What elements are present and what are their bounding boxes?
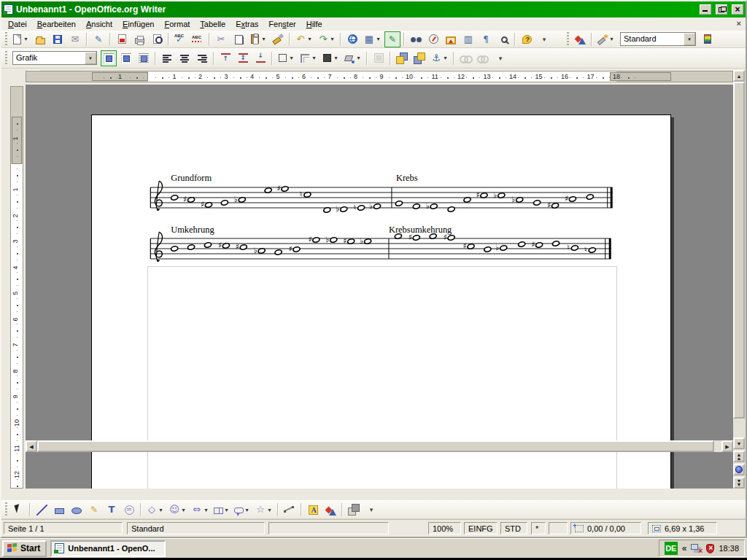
frame-style-combo-dropdown-icon[interactable] xyxy=(85,52,96,64)
background-color-button[interactable] xyxy=(342,50,363,66)
style-combo-dropdown-icon[interactable] xyxy=(684,33,695,45)
navigation-icon[interactable] xyxy=(733,464,745,475)
extrusion-button[interactable] xyxy=(346,502,362,518)
task-button-writer[interactable]: Unbenannt1 - OpenO... xyxy=(50,540,166,557)
help-button[interactable] xyxy=(519,31,535,47)
highlighting-button[interactable] xyxy=(700,31,716,47)
menu-tabelle[interactable]: Tabelle xyxy=(195,19,231,29)
block-arrows-dropdown-icon[interactable] xyxy=(203,507,209,513)
unlink-frames-button[interactable] xyxy=(475,50,491,66)
frame-style-combo[interactable]: Grafik xyxy=(12,51,97,65)
spellcheck-button[interactable] xyxy=(172,31,188,47)
vertical-scroll-thumb[interactable] xyxy=(733,82,745,419)
frame-properties-button[interactable] xyxy=(371,50,387,66)
border-line-style-button[interactable] xyxy=(298,50,319,66)
page-preview-button[interactable] xyxy=(149,31,165,47)
redo-button[interactable]: ↷ xyxy=(316,31,337,47)
border-color-button[interactable] xyxy=(320,50,341,66)
horizontal-scrollbar[interactable] xyxy=(26,440,733,452)
toolbar-options-button[interactable]: ▾ xyxy=(536,31,552,47)
network-status-icon[interactable] xyxy=(691,544,702,553)
horizontal-scroll-thumb[interactable] xyxy=(37,440,714,452)
close-document-icon[interactable]: × xyxy=(737,19,741,28)
draw-functions-button[interactable]: ✎ xyxy=(384,31,400,47)
data-sources-button[interactable]: ▥ xyxy=(460,31,476,47)
export-pdf-button[interactable] xyxy=(114,31,130,47)
undo-dropdown-icon[interactable] xyxy=(306,36,313,42)
picture-from-file-button[interactable] xyxy=(322,502,338,518)
block-arrows-button[interactable]: ⇔ xyxy=(190,502,211,518)
paste-dropdown-icon[interactable] xyxy=(260,36,267,42)
status-object-size[interactable]: 6,69 x 1,36 xyxy=(648,522,717,534)
bring-to-front-button[interactable] xyxy=(394,50,410,66)
edit-file-button[interactable]: ✎ xyxy=(90,31,107,47)
vertical-ruler[interactable]: 1123456789101112 xyxy=(10,86,23,489)
hyperlink-button[interactable] xyxy=(344,31,360,47)
toolbar-grip[interactable] xyxy=(5,51,7,66)
align-right-button[interactable] xyxy=(194,50,210,66)
music-graphic[interactable]: GrundformKrebsUmkehrungKrebsumkehrung♯♯♭… xyxy=(26,85,733,489)
toolbar-grip[interactable] xyxy=(5,502,7,517)
menu-fenster[interactable]: Fenster xyxy=(263,19,301,29)
find-replace-button[interactable] xyxy=(408,31,424,47)
print-button[interactable] xyxy=(131,31,147,47)
basic-shapes-button[interactable]: ◇ xyxy=(144,502,166,518)
paste-button[interactable] xyxy=(248,31,268,47)
borders-button[interactable] xyxy=(276,50,296,66)
style-combo[interactable]: Standard xyxy=(620,32,696,46)
navigator-button[interactable] xyxy=(425,31,441,47)
toolbar-grip[interactable] xyxy=(567,32,569,47)
change-anchor-dropdown-icon[interactable] xyxy=(442,55,449,61)
stars-dropdown-icon[interactable] xyxy=(266,507,273,513)
scroll-up-icon[interactable] xyxy=(733,70,745,82)
redo-dropdown-icon[interactable] xyxy=(329,36,336,42)
open-document-button[interactable] xyxy=(32,31,48,47)
status-selection-mode[interactable]: STD xyxy=(500,522,527,534)
borders-dropdown-icon[interactable] xyxy=(288,55,295,61)
gallery-button[interactable] xyxy=(443,31,459,47)
undo-button[interactable]: ↶ xyxy=(293,31,314,47)
next-page-icon[interactable] xyxy=(733,477,745,489)
copy-button[interactable] xyxy=(231,31,247,47)
text-animation-button[interactable] xyxy=(121,502,137,518)
status-page-style[interactable]: Standard xyxy=(127,522,265,534)
insert-table-button[interactable]: ▦ xyxy=(362,31,383,47)
previous-page-icon[interactable] xyxy=(733,451,745,462)
align-left-button[interactable] xyxy=(159,50,175,66)
status-modified-flag[interactable]: * xyxy=(531,522,546,534)
vertical-scrollbar[interactable] xyxy=(733,70,746,489)
save-button[interactable] xyxy=(50,31,66,47)
stars-button[interactable]: ☆ xyxy=(253,502,274,518)
status-spare[interactable] xyxy=(268,522,389,534)
wrap-through-button[interactable] xyxy=(136,50,152,66)
autoformat-button[interactable] xyxy=(595,31,616,47)
menu-hilfe[interactable]: Hilfe xyxy=(301,19,328,29)
menu-datei[interactable]: Datei xyxy=(3,19,32,29)
symbol-shapes-dropdown-icon[interactable] xyxy=(180,507,187,513)
status-spare-2[interactable] xyxy=(549,522,568,534)
zoom-button[interactable] xyxy=(495,31,511,47)
autoformat-dropdown-icon[interactable] xyxy=(608,36,615,42)
language-indicator[interactable]: DE xyxy=(665,542,678,555)
callouts-dropdown-icon[interactable] xyxy=(244,507,250,513)
tray-expand-icon[interactable]: « xyxy=(682,543,687,553)
scroll-right-icon[interactable] xyxy=(721,440,733,452)
start-button[interactable]: Start xyxy=(2,540,47,557)
select-button[interactable] xyxy=(10,502,26,518)
format-paintbrush-button[interactable] xyxy=(270,31,286,47)
scroll-down-icon[interactable] xyxy=(733,438,745,449)
document-view[interactable]: GrundformKrebsUmkehrungKrebsumkehrung♯♯♭… xyxy=(26,85,733,489)
formatting-marks-button[interactable]: ¶ xyxy=(478,31,494,47)
send-to-back-button[interactable] xyxy=(411,50,427,66)
fontwork-gallery-button[interactable] xyxy=(305,502,321,518)
basic-shapes-dropdown-icon[interactable] xyxy=(158,507,164,513)
insert-table-dropdown-icon[interactable] xyxy=(375,36,382,42)
wrap-page-button[interactable] xyxy=(118,50,134,66)
show-draw-functions-button[interactable] xyxy=(572,31,588,47)
status-object-position[interactable]: 0,00 / 0,00 xyxy=(570,522,641,534)
edit-points-button[interactable] xyxy=(282,502,298,518)
menu-extras[interactable]: Extras xyxy=(231,19,263,29)
change-anchor-button[interactable]: ⚓ xyxy=(429,50,450,66)
rectangle-button[interactable] xyxy=(51,502,67,518)
toolbar-options-button[interactable]: ▾ xyxy=(492,50,508,66)
